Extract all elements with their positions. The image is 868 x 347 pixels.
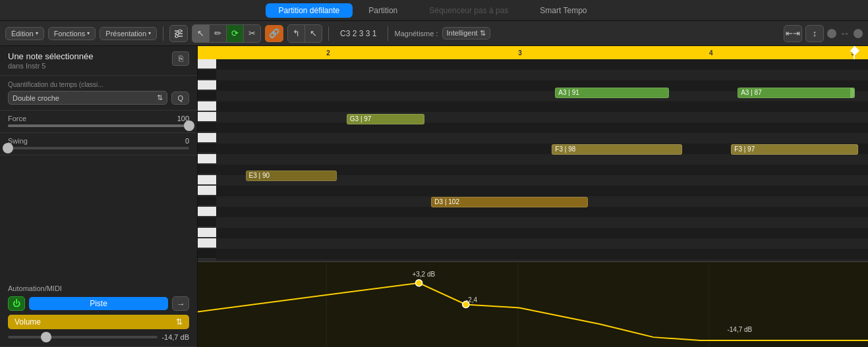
notes-grid[interactable]: A3 | 91 A3 | 87 G3 | 97 F3 | 98 F3 | 97 bbox=[216, 59, 868, 261]
volume-db-row: -14,7 dB bbox=[8, 333, 189, 341]
quantization-section: Quantification du temps (classi... Doubl… bbox=[0, 76, 197, 111]
auto-label-minus147: -14,7 dB bbox=[727, 326, 752, 333]
quant-value: Double croche bbox=[13, 94, 59, 102]
automation-area: +3,2 dB -2,4 -14,7 dB bbox=[198, 261, 868, 347]
svg-point-3 bbox=[176, 32, 179, 35]
midi-note-a3-87[interactable]: A3 | 87 bbox=[738, 88, 855, 98]
volume-arrows: ⇅ bbox=[176, 317, 183, 327]
note-subtitle: dans Instr 5 bbox=[8, 62, 93, 70]
piano-keys bbox=[198, 59, 216, 261]
swing-slider-thumb[interactable] bbox=[3, 143, 13, 153]
note-label: D3 | 102 bbox=[434, 198, 459, 205]
main-content: Une note sélectionnée dans Instr 5 ⎘ Qua… bbox=[0, 46, 868, 347]
magnet-arrow: ⇅ bbox=[480, 29, 486, 37]
automation-title: Automation/MIDI bbox=[8, 284, 189, 292]
note-copy-btn[interactable]: ⎘ bbox=[172, 51, 189, 66]
sep2 bbox=[328, 26, 329, 41]
link-tool-btn[interactable]: 🔗 bbox=[265, 25, 283, 42]
quant-arrow: ⇅ bbox=[157, 93, 163, 102]
cursor-tools-group: ↖ ✏ ⟳ ✂ bbox=[192, 24, 261, 43]
swing-row: Swing 0 bbox=[8, 137, 189, 145]
line-icon: ↔ bbox=[840, 28, 850, 40]
note-title: Une note sélectionnée bbox=[8, 51, 93, 61]
note-label: G3 | 97 bbox=[350, 115, 372, 122]
coord-display: C3 2 3 3 1 bbox=[335, 29, 382, 38]
arrow-tools-group: ↰ ↖ bbox=[287, 24, 322, 43]
force-slider-track[interactable] bbox=[8, 124, 189, 127]
midi-note-e3-90[interactable]: E3 | 90 bbox=[246, 171, 337, 181]
swing-value: 0 bbox=[185, 137, 189, 145]
volume-select[interactable]: Volume ⇅ bbox=[8, 315, 189, 329]
automation-svg bbox=[198, 262, 868, 347]
volume-slider-thumb[interactable] bbox=[41, 332, 51, 342]
quant-row: Double croche ⇅ Q bbox=[8, 91, 189, 105]
note-label: A3 | 91 bbox=[558, 89, 579, 96]
note-label: F3 | 98 bbox=[555, 146, 575, 153]
force-label: Force bbox=[8, 115, 26, 122]
fit-btn[interactable]: ⇤⇥ bbox=[784, 25, 802, 42]
svg-point-4 bbox=[179, 30, 181, 32]
note-label: F3 | 97 bbox=[734, 146, 755, 153]
ruler: 2 3 4 5 bbox=[198, 46, 868, 59]
note-info-text: Une note sélectionnée dans Instr 5 bbox=[8, 51, 93, 70]
tab-partition-defilante[interactable]: Partition défilante bbox=[266, 3, 353, 18]
midi-note-f3-98[interactable]: F3 | 98 bbox=[552, 144, 682, 155]
tab-sequenceur: Séquenceur pas à pas bbox=[413, 3, 524, 18]
auto-point-1[interactable] bbox=[416, 280, 422, 286]
quant-select[interactable]: Double croche ⇅ bbox=[8, 91, 167, 105]
fonctions-menu[interactable]: Fonctions ▾ bbox=[48, 27, 96, 40]
presentation-menu[interactable]: Présentation ▾ bbox=[100, 27, 157, 40]
cursor-tool-btn[interactable]: ↖ bbox=[192, 25, 210, 42]
force-row: Force 100 bbox=[8, 115, 189, 122]
auto-label-minus24: -2,4 bbox=[466, 296, 477, 304]
circle2 bbox=[854, 29, 863, 38]
automation-piste-btn[interactable]: Piste bbox=[29, 297, 168, 310]
sep3 bbox=[388, 26, 388, 41]
cursor2-tool-btn[interactable]: ↖ bbox=[305, 25, 322, 42]
volume-label: Volume bbox=[14, 317, 41, 327]
equalizer-icon-btn[interactable] bbox=[169, 25, 188, 42]
tab-smart-tempo[interactable]: Smart Tempo bbox=[524, 3, 602, 18]
ruler-mark-2: 2 bbox=[326, 49, 330, 57]
swing-slider-track[interactable] bbox=[8, 147, 189, 149]
toolbar: Édition ▾ Fonctions ▾ Présentation ▾ ↖ ✏… bbox=[0, 21, 868, 46]
force-slider-thumb[interactable] bbox=[184, 120, 194, 131]
midi-note-f3-97[interactable]: F3 | 97 bbox=[731, 144, 858, 155]
loop-tool-btn[interactable]: ⟳ bbox=[227, 25, 244, 42]
midi-note-d3-102[interactable]: D3 | 102 bbox=[431, 197, 587, 207]
quant-q-btn[interactable]: Q bbox=[171, 92, 189, 105]
auto-label-plus32: +3,2 dB bbox=[412, 271, 435, 278]
note-info: Une note sélectionnée dans Instr 5 ⎘ bbox=[0, 46, 197, 76]
draw-tool-btn[interactable]: ✏ bbox=[210, 25, 227, 42]
force-section: Force 100 bbox=[0, 111, 197, 133]
note-label: E3 | 90 bbox=[249, 172, 270, 179]
edition-arrow: ▾ bbox=[36, 30, 38, 36]
automation-row1: ⏻ Piste → bbox=[8, 296, 189, 311]
sep1 bbox=[163, 26, 163, 41]
left-panel: Une note sélectionnée dans Instr 5 ⎘ Qua… bbox=[0, 46, 198, 347]
automation-power-btn[interactable]: ⏻ bbox=[8, 296, 25, 311]
top-tabbar: Partition défilante Partition Séquenceur… bbox=[0, 0, 868, 21]
svg-point-5 bbox=[175, 35, 178, 38]
quant-title: Quantification du temps (classi... bbox=[8, 81, 189, 88]
automation-section: Automation/MIDI ⏻ Piste → Volume ⇅ -14,7… bbox=[0, 279, 197, 347]
bend-tool-btn[interactable]: ↰ bbox=[288, 25, 305, 42]
automation-arrow-btn[interactable]: → bbox=[172, 296, 189, 311]
magnet-label: Magnétisme : bbox=[394, 30, 438, 38]
swing-section: Swing 0 bbox=[0, 133, 197, 155]
magnet-select[interactable]: Intelligent ⇅ bbox=[442, 27, 490, 40]
fonctions-arrow: ▾ bbox=[87, 30, 90, 36]
midi-note-a3-91[interactable]: A3 | 91 bbox=[555, 88, 669, 98]
volume-slider-track[interactable] bbox=[8, 336, 158, 338]
edition-menu[interactable]: Édition ▾ bbox=[5, 27, 44, 40]
tab-partition[interactable]: Partition bbox=[353, 3, 413, 18]
updown-btn[interactable]: ↕ bbox=[805, 25, 824, 42]
toolbar-right: ⇤⇥ ↕ ↔ bbox=[784, 25, 863, 42]
ruler-mark-4: 4 bbox=[709, 49, 713, 57]
note-label: A3 | 87 bbox=[741, 89, 762, 96]
presentation-arrow: ▾ bbox=[148, 30, 151, 36]
ruler-mark-3: 3 bbox=[518, 49, 522, 57]
volume-db-value: -14,7 dB bbox=[161, 333, 189, 341]
scissors-tool-btn[interactable]: ✂ bbox=[244, 25, 260, 42]
midi-note-g3-97[interactable]: G3 | 97 bbox=[347, 114, 425, 124]
